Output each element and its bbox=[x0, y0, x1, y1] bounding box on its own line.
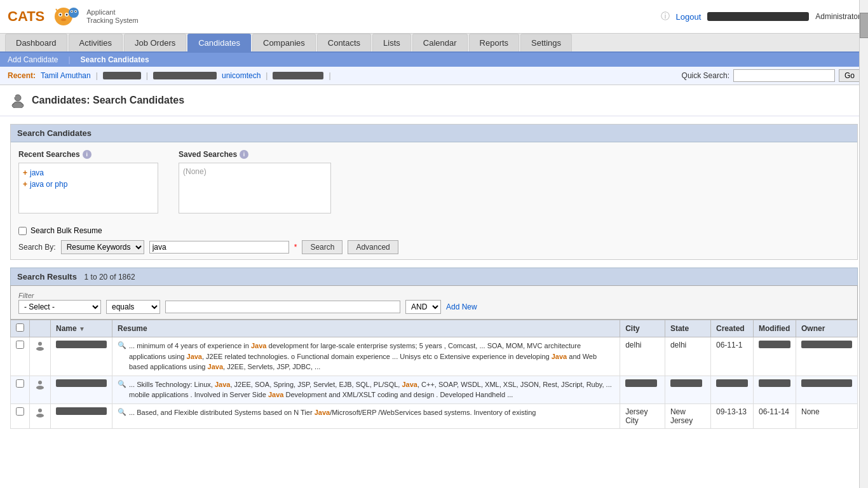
user-area: ⓘ Logout Administrator bbox=[661, 11, 860, 22]
tab-dashboard[interactable]: Dashboard bbox=[5, 34, 67, 51]
svg-point-3 bbox=[60, 14, 62, 16]
filter-select[interactable]: - Select - City State Zip Source Can Rel… bbox=[18, 300, 101, 314]
table-row: 🔍 ... Skills Technology: Linux, Java, J2… bbox=[11, 376, 858, 403]
row-name-cell-3 bbox=[51, 403, 112, 428]
plus-icon-2: + bbox=[23, 180, 27, 189]
row-checkbox[interactable] bbox=[16, 341, 24, 349]
candidate-row-icon-3 bbox=[35, 407, 45, 417]
page-title: Candidates: Search Candidates bbox=[32, 95, 184, 106]
recent-item-2[interactable]: unicomtech bbox=[222, 71, 261, 80]
tab-job-orders[interactable]: Job Orders bbox=[124, 34, 186, 51]
tab-reports[interactable]: Reports bbox=[469, 34, 520, 51]
col-name[interactable]: Name ▼ bbox=[51, 320, 112, 337]
resume-search-icon-2: 🔍 bbox=[118, 380, 126, 388]
search-button[interactable]: Search bbox=[302, 240, 342, 254]
scrollbar-track bbox=[859, 0, 868, 488]
row-modified-blurred-1 bbox=[759, 341, 790, 348]
table-row: 🔍 ... Based, and Flexible distributed Sy… bbox=[11, 403, 858, 428]
select-all-checkbox[interactable] bbox=[16, 323, 24, 332]
search-keyword-input[interactable]: java bbox=[149, 241, 289, 254]
row-owner-3: None bbox=[796, 403, 857, 428]
row-modified-2 bbox=[753, 376, 796, 403]
col-city: City bbox=[620, 320, 665, 337]
recent-item-1[interactable]: Tamil Amuthan bbox=[41, 71, 91, 80]
tab-activities[interactable]: Activities bbox=[69, 34, 123, 51]
results-wrapper: Filter - Select - City State Zip Source … bbox=[10, 285, 858, 429]
filter-operator-select[interactable]: equals contains starts with bbox=[106, 300, 160, 314]
row-checkbox-cell bbox=[11, 337, 30, 376]
logo-text: CATS bbox=[8, 8, 44, 25]
quick-search-input[interactable] bbox=[733, 69, 835, 82]
search-by-label: Search By: bbox=[18, 243, 56, 252]
row-state-2 bbox=[665, 376, 710, 403]
logo-subtitle: Applicant Tracking System bbox=[86, 8, 139, 25]
row-checkbox-cell-2 bbox=[11, 376, 30, 403]
resume-text-2: ... Skills Technology: Linux, Java, J2EE… bbox=[129, 379, 614, 400]
row-checkbox-2[interactable] bbox=[16, 379, 24, 388]
filter-value-input[interactable] bbox=[165, 301, 400, 313]
row-state-blurred-2 bbox=[670, 379, 702, 387]
page-title-bar: Candidates: Search Candidates bbox=[0, 85, 868, 116]
sort-arrow-name: ▼ bbox=[79, 325, 85, 332]
advanced-button[interactable]: Advanced bbox=[348, 240, 398, 254]
search-by-select[interactable]: Resume Keywords Name Email Phone City St… bbox=[61, 240, 144, 254]
recent-label: Recent: bbox=[8, 71, 36, 80]
recent-search-item-java[interactable]: + java bbox=[23, 167, 154, 179]
filter-row: - Select - City State Zip Source Can Rel… bbox=[18, 300, 850, 314]
row-resume-cell: 🔍 ... minimum of 4 years of experience i… bbox=[112, 337, 620, 376]
candidate-row-icon bbox=[35, 341, 45, 351]
quick-search-area: Quick Search: Go bbox=[682, 69, 860, 82]
tab-settings[interactable]: Settings bbox=[520, 34, 572, 51]
filter-logic-select[interactable]: AND OR bbox=[405, 300, 441, 314]
logout-link[interactable]: Logout bbox=[676, 12, 702, 22]
row-name-cell bbox=[51, 337, 112, 376]
tab-lists[interactable]: Lists bbox=[372, 34, 411, 51]
col-owner: Owner bbox=[796, 320, 857, 337]
table-row: 🔍 ... minimum of 4 years of experience i… bbox=[11, 337, 858, 376]
results-header: Search Results 1 to 20 of 1862 bbox=[10, 268, 858, 285]
tab-contacts[interactable]: Contacts bbox=[317, 34, 371, 51]
top-header: CATS Applicant Tracking System ⓘ Logout … bbox=[0, 0, 868, 34]
svg-point-19 bbox=[36, 414, 44, 417]
row-owner-2 bbox=[796, 376, 857, 403]
recent-sep2: | bbox=[146, 71, 148, 80]
logo-subtitle-line1: Applicant bbox=[86, 8, 139, 17]
row-checkbox-3[interactable] bbox=[16, 407, 24, 416]
svg-point-4 bbox=[66, 14, 68, 16]
tab-companies[interactable]: Companies bbox=[252, 34, 316, 51]
row-resume-cell-2: 🔍 ... Skills Technology: Linux, Java, J2… bbox=[112, 376, 620, 403]
search-by-row: Search By: Resume Keywords Name Email Ph… bbox=[18, 240, 850, 254]
quick-search-button[interactable]: Go bbox=[839, 69, 860, 82]
scrollbar-thumb[interactable] bbox=[860, 13, 868, 38]
search-candidates-link[interactable]: Search Candidates bbox=[81, 55, 149, 64]
sub-nav: Add Candidate | Search Candidates bbox=[0, 53, 868, 67]
svg-point-6 bbox=[69, 8, 79, 18]
svg-point-5 bbox=[61, 18, 66, 21]
col-checkbox bbox=[11, 320, 30, 337]
row-name-blurred-3 bbox=[56, 407, 107, 415]
add-new-filter-button[interactable]: Add New bbox=[446, 302, 477, 311]
bulk-resume-label: Search Bulk Resume bbox=[31, 226, 102, 235]
svg-point-10 bbox=[75, 11, 76, 12]
filter-box: Filter - Select - City State Zip Source … bbox=[10, 285, 858, 320]
col-resume: Resume bbox=[112, 320, 620, 337]
bulk-resume-checkbox[interactable] bbox=[18, 227, 27, 235]
row-modified-1 bbox=[753, 337, 796, 376]
add-candidate-link[interactable]: Add Candidate bbox=[8, 55, 58, 64]
row-icon-cell-2 bbox=[30, 376, 51, 403]
results-section: Search Results 1 to 20 of 1862 Filter - … bbox=[10, 268, 858, 429]
svg-point-13 bbox=[14, 96, 15, 97]
row-city-1: delhi bbox=[620, 337, 665, 376]
svg-point-16 bbox=[38, 381, 42, 384]
recent-sep3: | bbox=[266, 71, 268, 80]
tab-candidates[interactable]: Candidates bbox=[187, 34, 251, 51]
tab-calendar[interactable]: Calendar bbox=[412, 34, 468, 51]
row-created-1: 06-11-1 bbox=[710, 337, 753, 376]
filter-label: Filter bbox=[18, 292, 34, 299]
saved-searches-none: (None) bbox=[183, 167, 207, 176]
row-owner-1 bbox=[796, 337, 857, 376]
recent-searches-info-icon[interactable]: i bbox=[83, 150, 92, 159]
recent-blurred-1 bbox=[103, 72, 141, 79]
saved-searches-info-icon[interactable]: i bbox=[240, 150, 248, 159]
recent-search-item-java-or-php[interactable]: + java or php bbox=[23, 179, 154, 190]
